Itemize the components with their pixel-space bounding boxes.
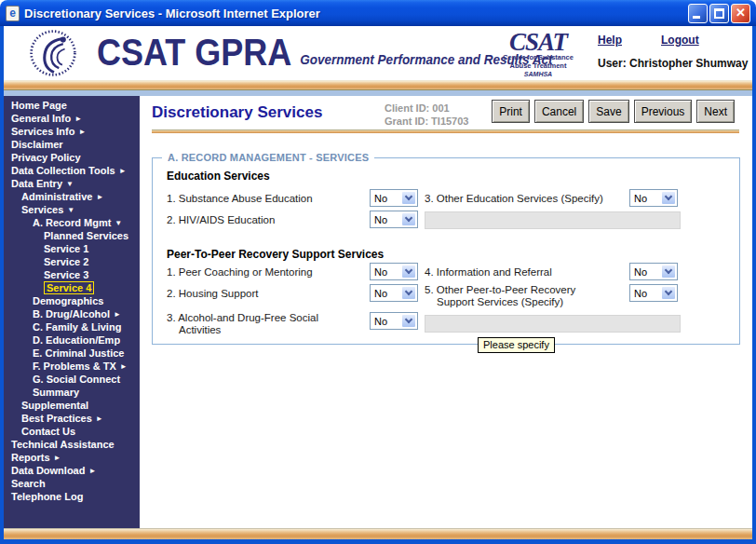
sidebar-item-service-1[interactable]: Service 1 [4, 242, 140, 255]
education-q2-select[interactable]: No [370, 211, 418, 228]
sidebar-item-c-family-living[interactable]: C. Family & Living [4, 320, 140, 333]
sidebar-item-home-page[interactable]: Home Page [4, 99, 140, 112]
education-other-specify-input [425, 211, 681, 229]
sidebar-item-a-record-mgmt[interactable]: A. Record Mgmt▼ [4, 216, 140, 229]
sidebar-item-data-entry[interactable]: Data Entry▼ [4, 177, 140, 190]
chevron-down-icon[interactable] [661, 265, 676, 279]
next-button[interactable]: Next [696, 100, 735, 123]
sidebar-item-summary[interactable]: Summary [4, 386, 140, 399]
maximize-icon [714, 8, 724, 19]
user-label: User: Christopher Shumway [598, 57, 756, 70]
education-q3-select[interactable]: No [629, 189, 678, 207]
chevron-down-icon[interactable] [401, 212, 416, 226]
expand-right-icon: ► [114, 310, 121, 319]
browser-window: e Discretionary Services - Microsoft Int… [0, 0, 756, 544]
sidebar-item-service-4-selected[interactable]: Service 4 [4, 281, 140, 294]
education-q3-label: 3. Other Education Services (Specify) [425, 193, 603, 205]
expand-right-icon: ► [96, 193, 103, 201]
expand-right-icon: ► [96, 415, 103, 423]
expand-right-icon: ► [74, 115, 82, 123]
sidebar-item-e-criminal-justice[interactable]: E. Criminal Justice [4, 347, 140, 360]
sidebar-item-technical-assistance[interactable]: Technical Assistance [4, 438, 140, 451]
sidebar-item-contact-us[interactable]: Contact Us [4, 425, 140, 438]
sidebar-item-disclaimer[interactable]: Disclaimer [4, 138, 140, 151]
client-grant-ids: Client ID: 001 Grant ID: TI15703 [385, 102, 468, 128]
sidebar-item-telephone-log[interactable]: Telephone Log [4, 490, 140, 503]
minimize-button[interactable] [688, 4, 708, 23]
sidebar-item-data-collection-tools[interactable]: Data Collection Tools► [4, 164, 140, 177]
close-button[interactable]: ✕ [731, 4, 750, 23]
sidebar-nav: Home Page General Info► Services Info► D… [4, 96, 140, 528]
sidebar-item-supplemental[interactable]: Supplemental [4, 399, 140, 412]
sidebar-item-general-info[interactable]: General Info► [4, 112, 140, 125]
sidebar-item-demographics[interactable]: Demographics [4, 294, 140, 307]
cancel-button[interactable]: Cancel [534, 100, 584, 123]
education-q1-select[interactable]: No [370, 189, 418, 207]
window-title: Discretionary Services - Microsoft Inter… [24, 7, 320, 20]
sidebar-item-f-problems-tx[interactable]: F. Problems & TX► [4, 360, 140, 373]
sidebar-item-reports[interactable]: Reports► [4, 451, 140, 464]
peer-other-specify-input [425, 315, 681, 333]
sidebar-item-planned-services[interactable]: Planned Services [4, 229, 140, 242]
previous-button[interactable]: Previous [634, 100, 693, 123]
chevron-down-icon[interactable] [401, 191, 416, 205]
sidebar-item-service-2[interactable]: Service 2 [4, 255, 140, 268]
main-content: Discretionary Services Client ID: 001 Gr… [140, 96, 752, 528]
hhs-eagle-logo [28, 28, 78, 78]
sidebar-item-data-download[interactable]: Data Download► [4, 464, 140, 477]
peer-q2-select[interactable]: No [370, 284, 418, 302]
maximize-button[interactable] [709, 4, 729, 23]
app-logo: CSAT GPRA Government Performance and Res… [97, 30, 552, 75]
csat-logo-line2: Abuse Treatment [499, 62, 577, 71]
page-title: Discretionary Services [152, 103, 322, 122]
sidebar-item-services-info[interactable]: Services Info► [4, 125, 140, 138]
record-management-section: A. RECORD MANAGEMENT - SERVICES Educatio… [152, 157, 740, 345]
peer-q3-label: 3. Alcohol-and Drug-Free Social Activiti… [167, 312, 339, 336]
sidebar-item-g-social-connect[interactable]: G. Social Connect [4, 373, 140, 386]
peer-q1-select[interactable]: No [370, 263, 418, 280]
expand-right-icon: ► [119, 167, 127, 175]
expand-right-icon: ► [88, 467, 96, 475]
chevron-down-icon[interactable] [661, 286, 676, 300]
peer-q4-label: 4. Information and Referral [425, 266, 552, 279]
sidebar-item-b-drug-alcohol[interactable]: B. Drug/Alcohol► [4, 307, 140, 320]
sidebar-item-services[interactable]: Services▼ [4, 203, 140, 216]
help-link[interactable]: Help [598, 34, 622, 47]
chevron-down-icon[interactable] [401, 286, 416, 300]
peer-q5-select[interactable]: No [629, 284, 678, 302]
section-legend: A. RECORD MANAGEMENT - SERVICES [162, 152, 374, 163]
education-q2-label: 2. HIV/AIDS Education [167, 214, 275, 226]
csat-samhsa-logo: CSAT Center for Substance Abuse Treatmen… [499, 30, 577, 78]
sidebar-item-privacy-policy[interactable]: Privacy Policy [4, 151, 140, 164]
peer-q3-select[interactable]: No [370, 312, 418, 330]
header-accent-bar [4, 80, 752, 90]
window-frame: CSAT GPRA Government Performance and Res… [0, 26, 756, 544]
expand-down-icon: ▼ [115, 219, 122, 227]
internet-explorer-icon: e [6, 6, 20, 21]
peer-q4-select[interactable]: No [629, 263, 678, 280]
sidebar-item-administrative[interactable]: Administrative► [4, 190, 140, 203]
sidebar-item-search[interactable]: Search [4, 477, 140, 490]
close-icon: ✕ [732, 6, 749, 20]
minimize-icon [693, 16, 700, 19]
peer-services-heading: Peer-To-Peer Recovery Support Services [167, 248, 384, 261]
expand-right-icon: ► [78, 128, 86, 136]
save-button[interactable]: Save [588, 100, 628, 123]
sidebar-item-d-education-emp[interactable]: D. Education/Emp [4, 333, 140, 347]
app-logo-text: CSAT GPRA [97, 30, 291, 75]
print-button[interactable]: Print [492, 100, 530, 123]
expand-right-icon: ► [54, 454, 61, 462]
chevron-down-icon[interactable] [401, 314, 416, 328]
content-accent-divider [152, 129, 739, 133]
sidebar-item-service-3[interactable]: Service 3 [4, 268, 140, 281]
title-bar[interactable]: e Discretionary Services - Microsoft Int… [0, 0, 756, 26]
peer-q5-label: 5. Other Peer-to-Peer Recovery Support S… [425, 284, 611, 308]
sidebar-item-best-practices[interactable]: Best Practices► [4, 412, 140, 425]
expand-right-icon: ► [120, 362, 128, 371]
expand-down-icon: ▼ [67, 206, 74, 214]
chevron-down-icon[interactable] [401, 265, 416, 279]
chevron-down-icon[interactable] [661, 191, 676, 205]
education-services-heading: Education Services [167, 170, 270, 183]
logout-link[interactable]: Logout [661, 34, 699, 47]
client-id-label: Client ID: 001 [385, 102, 468, 115]
